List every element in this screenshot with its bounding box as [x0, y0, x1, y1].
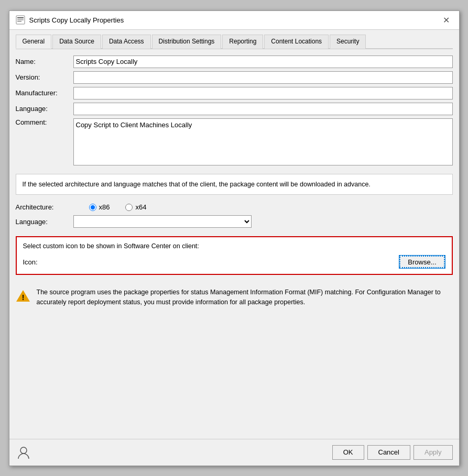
name-row: Name:: [16, 56, 453, 68]
title-bar-left: Scripts Copy Locally Properties: [16, 15, 124, 25]
info-box-text: If the selected architecture and languag…: [23, 181, 371, 188]
dialog-title: Scripts Copy Locally Properties: [29, 16, 124, 24]
bottom-left: [16, 445, 31, 460]
architecture-radio-group: x86 x64: [89, 203, 147, 211]
cancel-button[interactable]: Cancel: [367, 445, 410, 460]
version-input[interactable]: [73, 71, 453, 84]
manufacturer-label: Manufacturer:: [16, 89, 73, 97]
radio-x64-label: x64: [135, 203, 146, 211]
name-input[interactable]: [73, 56, 453, 68]
version-row: Version:: [16, 71, 453, 84]
architecture-label: Architecture:: [16, 203, 73, 211]
lang-dropdown-row: Language:: [16, 215, 453, 228]
radio-x86-input[interactable]: [89, 204, 96, 211]
language-dropdown[interactable]: [73, 215, 252, 228]
dialog-window: Scripts Copy Locally Properties ✕ Genera…: [9, 10, 460, 466]
dialog-body: General Data Source Data Access Distribu…: [9, 30, 459, 439]
warning-icon: !: [16, 289, 30, 303]
language-row: Language:: [16, 103, 453, 115]
comment-row: Comment: Copy Script to Client Machines …: [16, 118, 453, 165]
user-icon: [16, 445, 31, 460]
svg-point-6: [20, 447, 27, 453]
icon-box-title: Select custom icon to be shown in Softwa…: [23, 242, 445, 250]
architecture-row: Architecture: x86 x64: [16, 203, 453, 211]
radio-x64[interactable]: x64: [125, 203, 146, 211]
tab-security[interactable]: Security: [330, 35, 366, 49]
browse-button[interactable]: Browse...: [399, 255, 445, 269]
svg-rect-3: [17, 21, 21, 22]
tab-bar: General Data Source Data Access Distribu…: [16, 34, 453, 49]
icon-selection-box: Select custom icon to be shown in Softwa…: [16, 236, 453, 275]
info-box: If the selected architecture and languag…: [16, 174, 453, 195]
name-label: Name:: [16, 58, 73, 65]
tab-reporting[interactable]: Reporting: [222, 35, 263, 49]
comment-label: Comment:: [16, 118, 73, 126]
warning-text: The source program uses the package prop…: [37, 287, 453, 307]
language-input[interactable]: [73, 103, 453, 115]
warning-section: ! The source program uses the package pr…: [16, 283, 453, 312]
apply-button[interactable]: Apply: [413, 445, 453, 460]
title-bar: Scripts Copy Locally Properties ✕: [9, 11, 459, 30]
ok-button[interactable]: OK: [332, 445, 364, 460]
close-button[interactable]: ✕: [440, 14, 453, 26]
general-tab-content: Name: Version: Manufacturer: Language: C…: [16, 56, 453, 169]
bottom-bar: OK Cancel Apply: [9, 439, 459, 466]
svg-text:!: !: [21, 293, 24, 302]
arch-section: Architecture: x86 x64 Language:: [16, 203, 453, 231]
dialog-icon: [16, 15, 25, 25]
tab-data-access[interactable]: Data Access: [102, 35, 151, 49]
tab-distribution-settings[interactable]: Distribution Settings: [152, 35, 222, 49]
icon-label: Icon:: [23, 258, 38, 266]
tab-content-locations[interactable]: Content Locations: [264, 35, 329, 49]
svg-rect-1: [17, 17, 24, 18]
svg-rect-2: [17, 19, 24, 20]
tab-data-source[interactable]: Data Source: [52, 35, 101, 49]
icon-row: Icon: Browse...: [23, 255, 445, 269]
comment-textarea[interactable]: Copy Script to Client Machines Locally: [73, 118, 453, 165]
radio-x64-input[interactable]: [125, 204, 133, 211]
manufacturer-input[interactable]: [73, 87, 453, 99]
dialog-buttons: OK Cancel Apply: [332, 445, 453, 460]
tab-general[interactable]: General: [16, 35, 52, 49]
version-label: Version:: [16, 73, 73, 81]
radio-x86[interactable]: x86: [89, 203, 110, 211]
lang-dropdown-label: Language:: [16, 218, 73, 226]
manufacturer-row: Manufacturer:: [16, 87, 453, 99]
language-label: Language:: [16, 105, 73, 113]
radio-x86-label: x86: [99, 203, 110, 211]
